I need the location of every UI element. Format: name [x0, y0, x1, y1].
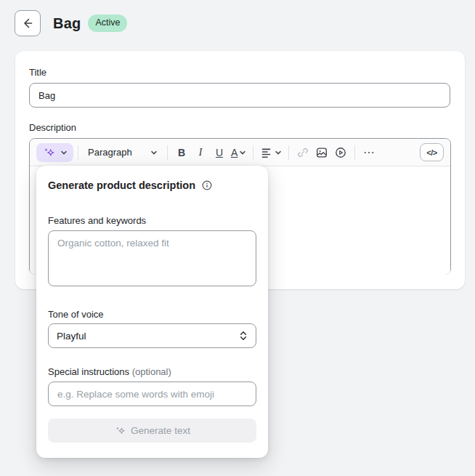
- product-detail-page: { "header": { "title": "Bag", "status_ba…: [0, 0, 475, 476]
- chevron-down-icon: [150, 149, 158, 156]
- toolbar-divider: [253, 145, 253, 160]
- text-color-label: A: [231, 147, 238, 158]
- more-options-button[interactable]: [360, 143, 378, 162]
- back-button[interactable]: [15, 10, 41, 36]
- image-icon: [315, 146, 328, 159]
- title-input[interactable]: [29, 83, 450, 108]
- text-align-button[interactable]: [258, 143, 284, 162]
- bold-button[interactable]: B: [172, 143, 191, 162]
- generate-text-label: Generate text: [131, 425, 190, 436]
- arrow-left-icon: [20, 16, 35, 31]
- special-instructions-input[interactable]: [48, 382, 256, 406]
- chevron-down-icon: [60, 149, 68, 156]
- toolbar-divider: [354, 145, 355, 160]
- underline-button[interactable]: U: [210, 143, 229, 162]
- status-badge: Active: [88, 15, 127, 32]
- features-label: Features and keywords: [48, 215, 256, 226]
- italic-button[interactable]: I: [191, 143, 210, 162]
- page-header: Bag Active: [15, 10, 127, 36]
- tone-label: Tone of voice: [48, 309, 256, 320]
- tone-selected-value: Playful: [57, 331, 86, 342]
- paragraph-style-label: Paragraph: [88, 147, 132, 158]
- align-left-icon: [260, 146, 273, 159]
- editor-toolbar: Paragraph B I U A: [30, 139, 450, 166]
- sparkle-icon: [114, 425, 126, 437]
- toolbar-divider: [288, 145, 289, 160]
- show-html-button[interactable]: </>: [420, 143, 444, 161]
- generate-text-button[interactable]: Generate text: [48, 419, 256, 443]
- title-label: Title: [29, 67, 46, 78]
- ai-generate-button[interactable]: [36, 143, 73, 162]
- optional-hint: (optional): [132, 366, 171, 377]
- paragraph-style-dropdown[interactable]: Paragraph: [83, 143, 163, 162]
- link-icon: [296, 146, 309, 159]
- chevron-down-icon: [239, 149, 246, 156]
- select-updown-icon: [239, 331, 248, 341]
- info-icon[interactable]: [201, 179, 213, 191]
- insert-video-button[interactable]: [331, 143, 350, 162]
- tone-select[interactable]: Playful: [48, 323, 256, 348]
- page-title: Bag: [53, 15, 81, 32]
- toolbar-divider: [78, 145, 78, 160]
- insert-link-button[interactable]: [293, 143, 312, 162]
- sparkle-icon: [42, 146, 55, 159]
- text-color-button[interactable]: A: [229, 143, 248, 162]
- description-label: Description: [29, 122, 76, 133]
- insert-image-button[interactable]: [312, 143, 331, 162]
- more-options-icon: [362, 146, 375, 159]
- special-instructions-label: Special instructions (optional): [48, 366, 256, 377]
- toolbar-divider: [167, 145, 168, 160]
- features-input[interactable]: [48, 230, 256, 286]
- chevron-down-icon: [275, 149, 282, 156]
- play-video-icon: [334, 146, 347, 159]
- popover-heading: Generate product description: [48, 179, 195, 191]
- generate-description-popover: Generate product description Features an…: [36, 166, 268, 458]
